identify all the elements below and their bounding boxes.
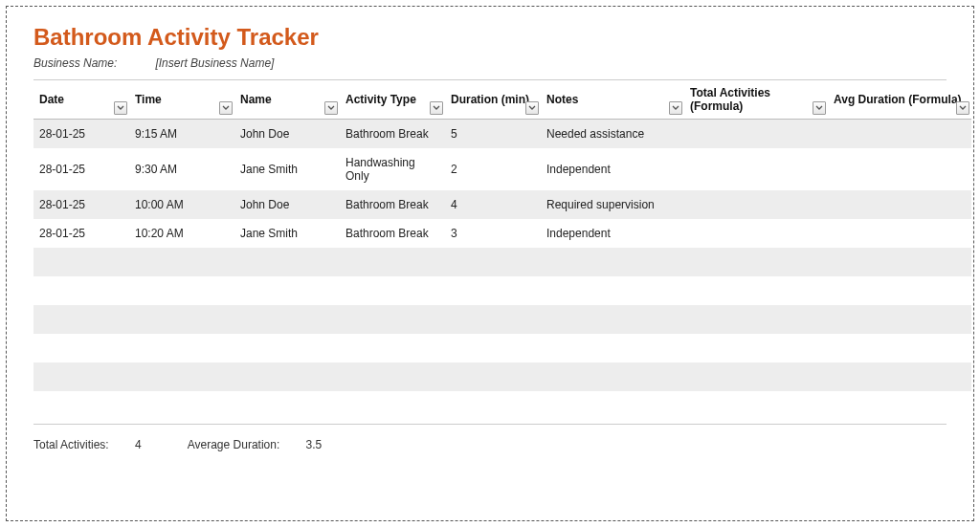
cell-activity[interactable]: [340, 305, 445, 334]
cell-time[interactable]: [129, 276, 234, 305]
cell-date[interactable]: 28-01-25: [33, 190, 129, 219]
cell-name[interactable]: [234, 305, 340, 334]
table-row: 28-01-2510:20 AMJane SmithBathroom Break…: [33, 219, 971, 248]
cell-tot[interactable]: [684, 391, 828, 420]
cell-date[interactable]: [33, 305, 129, 334]
filter-dropdown-icon[interactable]: [219, 101, 233, 115]
cell-duration[interactable]: 2: [445, 148, 541, 190]
cell-activity[interactable]: Bathroom Break: [340, 120, 445, 149]
cell-avg[interactable]: [828, 334, 971, 362]
cell-duration[interactable]: [445, 305, 541, 334]
table-row: [33, 391, 971, 420]
cell-tot[interactable]: [684, 120, 828, 149]
cell-time[interactable]: 10:20 AM: [129, 219, 234, 248]
cell-duration[interactable]: 5: [445, 120, 541, 149]
table-row: [33, 248, 971, 276]
cell-activity[interactable]: [340, 248, 445, 276]
cell-date[interactable]: [33, 276, 129, 305]
cell-activity[interactable]: [340, 362, 445, 391]
cell-activity[interactable]: [340, 391, 445, 420]
filter-dropdown-icon[interactable]: [324, 101, 338, 115]
filter-dropdown-icon[interactable]: [430, 101, 443, 115]
cell-notes[interactable]: Required supervision: [541, 190, 684, 219]
cell-time[interactable]: 10:00 AM: [129, 190, 234, 219]
cell-tot[interactable]: [684, 219, 828, 248]
cell-tot[interactable]: [684, 148, 828, 190]
business-name-value[interactable]: [Insert Business Name]: [155, 56, 274, 70]
average-duration-label: Average Duration:: [188, 438, 280, 451]
cell-avg[interactable]: [828, 148, 971, 190]
table-header-row: DateTimeNameActivity TypeDuration (min)N…: [33, 80, 971, 120]
cell-notes[interactable]: [541, 248, 684, 276]
cell-date[interactable]: 28-01-25: [33, 219, 129, 248]
cell-name[interactable]: John Doe: [234, 190, 340, 219]
cell-activity[interactable]: [340, 276, 445, 305]
cell-tot[interactable]: [684, 305, 828, 334]
cell-time[interactable]: 9:15 AM: [129, 120, 234, 149]
cell-tot[interactable]: [684, 362, 828, 391]
cell-time[interactable]: 9:30 AM: [129, 148, 234, 190]
table-row: 28-01-259:15 AMJohn DoeBathroom Break5Ne…: [33, 120, 971, 149]
cell-notes[interactable]: [541, 276, 684, 305]
cell-notes[interactable]: [541, 305, 684, 334]
column-header: Name: [234, 80, 340, 120]
cell-notes[interactable]: [541, 362, 684, 391]
cell-duration[interactable]: 4: [445, 190, 541, 219]
cell-avg[interactable]: [828, 391, 971, 420]
cell-notes[interactable]: [541, 334, 684, 362]
cell-tot[interactable]: [684, 248, 828, 276]
cell-activity[interactable]: [340, 334, 445, 362]
cell-avg[interactable]: [828, 190, 971, 219]
cell-name[interactable]: [234, 334, 340, 362]
cell-avg[interactable]: [828, 219, 971, 248]
cell-date[interactable]: [33, 248, 129, 276]
cell-name[interactable]: [234, 248, 340, 276]
cell-notes[interactable]: Independent: [541, 219, 684, 248]
cell-time[interactable]: [129, 305, 234, 334]
cell-avg[interactable]: [828, 276, 971, 305]
cell-date[interactable]: 28-01-25: [33, 148, 129, 190]
cell-avg[interactable]: [828, 362, 971, 391]
cell-name[interactable]: [234, 391, 340, 420]
cell-name[interactable]: [234, 362, 340, 391]
cell-name[interactable]: John Doe: [234, 120, 340, 149]
cell-tot[interactable]: [684, 334, 828, 362]
cell-activity[interactable]: Bathroom Break: [340, 190, 445, 219]
cell-date[interactable]: [33, 391, 129, 420]
cell-avg[interactable]: [828, 248, 971, 276]
cell-notes[interactable]: Independent: [541, 148, 684, 190]
cell-duration[interactable]: 3: [445, 219, 541, 248]
cell-avg[interactable]: [828, 120, 971, 149]
cell-duration[interactable]: [445, 248, 541, 276]
cell-name[interactable]: [234, 276, 340, 305]
filter-dropdown-icon[interactable]: [525, 101, 539, 115]
cell-duration[interactable]: [445, 391, 541, 420]
cell-name[interactable]: Jane Smith: [234, 148, 340, 190]
cell-date[interactable]: [33, 362, 129, 391]
cell-time[interactable]: [129, 362, 234, 391]
cell-tot[interactable]: [684, 276, 828, 305]
column-header-label: Time: [135, 93, 162, 106]
cell-duration[interactable]: [445, 276, 541, 305]
cell-name[interactable]: Jane Smith: [234, 219, 340, 248]
cell-time[interactable]: [129, 391, 234, 420]
filter-dropdown-icon[interactable]: [813, 101, 826, 115]
column-header: Notes: [541, 80, 684, 120]
cell-date[interactable]: 28-01-25: [33, 120, 129, 149]
cell-duration[interactable]: [445, 334, 541, 362]
filter-dropdown-icon[interactable]: [956, 101, 969, 115]
cell-activity[interactable]: Bathroom Break: [340, 219, 445, 248]
cell-activity[interactable]: Handwashing Only: [340, 148, 445, 190]
cell-notes[interactable]: Needed assistance: [541, 120, 684, 149]
cell-avg[interactable]: [828, 305, 971, 334]
filter-dropdown-icon[interactable]: [114, 101, 127, 115]
cell-time[interactable]: [129, 334, 234, 362]
filter-dropdown-icon[interactable]: [669, 101, 682, 115]
cell-notes[interactable]: [541, 391, 684, 420]
cell-time[interactable]: [129, 248, 234, 276]
table-row: [33, 334, 971, 362]
cell-duration[interactable]: [445, 362, 541, 391]
cell-date[interactable]: [33, 334, 129, 362]
cell-tot[interactable]: [684, 190, 828, 219]
column-header-label: Date: [39, 93, 64, 106]
